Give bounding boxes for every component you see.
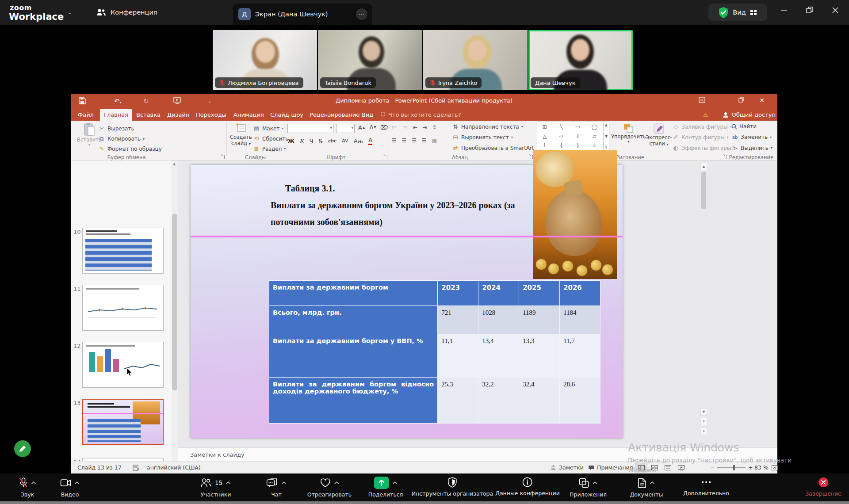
slide-canvas[interactable]: Таблиця 3.1. Виплати за державним боргом… bbox=[191, 165, 623, 438]
shapes-gallery-scroll[interactable]: ▲▼⊽ bbox=[603, 122, 609, 151]
clear-formatting-button[interactable]: ⌦ bbox=[380, 124, 387, 131]
list-indent-buttons[interactable]: ≔ ≕ ⇤ ⇥ ⇕ bbox=[392, 124, 438, 130]
video-button[interactable]: Видео bbox=[61, 477, 80, 498]
font-name-combobox[interactable] bbox=[287, 124, 333, 133]
slideshow-view-button[interactable] bbox=[675, 463, 687, 473]
chevron-up-icon[interactable] bbox=[75, 481, 80, 485]
line-shape-icon[interactable]: ╲ bbox=[553, 122, 570, 131]
star-shape-icon[interactable]: ☆ bbox=[586, 141, 603, 150]
slide-scroll-down-icon[interactable]: ▼ bbox=[700, 408, 707, 416]
reactions-button[interactable]: Отреагировать bbox=[307, 477, 352, 498]
shapes-gallery[interactable]: ⊞╲▭◯ △⇨⇩▱ ⌇{}☆ bbox=[536, 122, 603, 151]
tab-slideshow[interactable]: Слайд-шоу bbox=[267, 109, 307, 121]
rect-shape-icon[interactable]: ▭ bbox=[570, 122, 586, 131]
font-style-buttons[interactable]: Ж К Ч S abc AV Аа▾ А bbox=[287, 137, 375, 145]
comments-toggle-button[interactable]: Примечания bbox=[588, 464, 633, 471]
ppt-minimize-button[interactable]: — bbox=[713, 97, 727, 104]
zoom-level[interactable]: 83 % bbox=[754, 464, 769, 471]
format-painter-button[interactable]: ✎Формат по образцу bbox=[98, 145, 162, 152]
font-color-button[interactable]: А bbox=[368, 137, 372, 145]
participant-video-active-speaker[interactable]: Дана Шевчук bbox=[528, 30, 633, 90]
find-button[interactable]: Найти bbox=[731, 123, 757, 130]
tab-animations[interactable]: Анимация bbox=[230, 109, 268, 121]
slide-thumbnail-10[interactable] bbox=[82, 228, 164, 274]
view-button[interactable]: Вид bbox=[708, 4, 767, 21]
chat-button[interactable]: Чат bbox=[267, 477, 287, 498]
audio-button[interactable]: Звук bbox=[19, 477, 36, 498]
bold-button[interactable]: Ж bbox=[287, 137, 295, 145]
italic-button[interactable]: К bbox=[300, 137, 304, 145]
participants-button[interactable]: 15 Участники bbox=[201, 477, 231, 498]
shape-outline-button[interactable]: ✐Контур фигуры▾ bbox=[672, 134, 729, 141]
participant-video[interactable]: Iryna Zaichko bbox=[423, 30, 528, 90]
shape-fill-button[interactable]: ◇Заливка фигуры▾ bbox=[672, 123, 732, 130]
section-button[interactable]: ≣Раздел▾ bbox=[253, 145, 286, 152]
grow-font-button[interactable]: А▲ bbox=[358, 124, 365, 131]
slide-thumbnail-12[interactable] bbox=[82, 342, 164, 388]
copy-button[interactable]: ⧉Копировать▾ bbox=[98, 135, 145, 142]
language-indicator[interactable]: английский (США) bbox=[147, 464, 201, 471]
tab-transitions[interactable]: Переходы bbox=[192, 109, 230, 121]
text-direction-button[interactable]: ⇅Направление текста▾ bbox=[452, 123, 523, 130]
participant-video[interactable]: Taisiia Bondaruk bbox=[318, 30, 422, 90]
tab-shared-screen[interactable]: Д Экран (Дана Шевчук) ··· bbox=[233, 4, 372, 25]
more-button[interactable]: Дополнительно bbox=[683, 477, 729, 496]
textbox-shape-icon[interactable]: ⊞ bbox=[536, 122, 553, 131]
tab-file[interactable]: Файл bbox=[74, 109, 97, 121]
clipboard-dialog-launcher[interactable] bbox=[220, 155, 225, 159]
layout-button[interactable]: ▤Макет▾ bbox=[253, 125, 283, 132]
window-close-button[interactable] bbox=[831, 6, 839, 16]
ppt-restore-button[interactable] bbox=[734, 97, 748, 104]
cut-button[interactable]: ✂Вырезать bbox=[98, 125, 134, 132]
docs-button[interactable]: Документы bbox=[630, 477, 663, 498]
tab-more-options-icon[interactable]: ··· bbox=[356, 8, 367, 20]
proofing-icon[interactable] bbox=[133, 465, 140, 471]
reset-button[interactable]: ⟲Сбросить bbox=[253, 135, 288, 142]
end-meeting-button[interactable]: Завершение bbox=[805, 477, 841, 497]
font-dialog-launcher[interactable] bbox=[383, 155, 387, 159]
slide-scrollbar-thumb[interactable] bbox=[701, 172, 706, 209]
meeting-info-button[interactable]: Данные конференции bbox=[495, 477, 560, 496]
brace-right-shape-icon[interactable]: } bbox=[570, 141, 586, 150]
smartart-button[interactable]: ⇄Преобразовать в SmartArt▾ bbox=[452, 145, 538, 151]
change-case-button[interactable]: Аа▾ bbox=[353, 137, 363, 145]
next-slide-button[interactable]: ⇟ bbox=[700, 428, 707, 435]
shadow-button[interactable]: abc bbox=[328, 138, 337, 144]
apps-button[interactable]: Приложения bbox=[570, 477, 607, 498]
alignment-buttons[interactable]: ☰ ☰ ☰ ☰ ▥ bbox=[392, 137, 439, 144]
panel-scrollbar[interactable]: ▲ ▼ bbox=[172, 160, 178, 467]
reading-view-button[interactable] bbox=[662, 463, 674, 473]
zoom-slider[interactable] bbox=[717, 467, 746, 468]
strikethrough-button[interactable]: S bbox=[319, 137, 323, 145]
shape-effects-button[interactable]: ◐Эффекты фигуры▾ bbox=[672, 145, 735, 151]
tab-meeting[interactable]: Конференция bbox=[92, 5, 162, 19]
chevron-up-icon[interactable] bbox=[282, 481, 287, 485]
new-slide-button[interactable]: Создать слайд ▾ bbox=[230, 122, 252, 146]
chevron-up-icon[interactable] bbox=[593, 481, 597, 485]
slide-table[interactable]: Виплати за державним боргом 2023 2024 20… bbox=[269, 280, 600, 424]
chevron-up-icon[interactable] bbox=[31, 481, 36, 485]
down-arrow-shape-icon[interactable]: ⇩ bbox=[570, 131, 586, 141]
select-button[interactable]: ▷Выделить▾ bbox=[731, 145, 773, 151]
slide-sorter-view-button[interactable] bbox=[648, 463, 661, 473]
chevron-up-icon[interactable] bbox=[226, 481, 231, 485]
collapse-ribbon-icon[interactable]: ⌃ bbox=[768, 155, 771, 160]
tab-design[interactable]: Дизайн bbox=[164, 109, 193, 121]
arrange-button[interactable]: Упорядочить▾ bbox=[611, 123, 646, 144]
tab-insert[interactable]: Вставка bbox=[133, 109, 164, 121]
font-size-combobox[interactable] bbox=[336, 124, 355, 133]
quick-styles-button[interactable]: Экспресс- стили ▾ bbox=[646, 123, 672, 147]
chevron-up-icon[interactable] bbox=[392, 481, 397, 485]
host-tools-button[interactable]: Инструменты организатора bbox=[412, 477, 493, 497]
slide-thumbnail-11[interactable] bbox=[82, 285, 164, 331]
share-button[interactable]: Общий доступ bbox=[732, 111, 776, 118]
previous-slide-button[interactable]: ⇞ bbox=[700, 418, 707, 425]
window-minimize-button[interactable] bbox=[780, 6, 788, 16]
chevron-down-icon[interactable]: ⌄ bbox=[67, 9, 72, 15]
underline-button[interactable]: Ч bbox=[310, 137, 314, 145]
participant-video[interactable]: Людмила Богріновцева bbox=[213, 30, 317, 90]
chevron-up-icon[interactable] bbox=[334, 481, 339, 485]
window-restore-button[interactable] bbox=[806, 6, 814, 16]
arrow-shape-icon[interactable]: ⇨ bbox=[553, 131, 570, 141]
normal-view-button[interactable] bbox=[635, 463, 647, 473]
